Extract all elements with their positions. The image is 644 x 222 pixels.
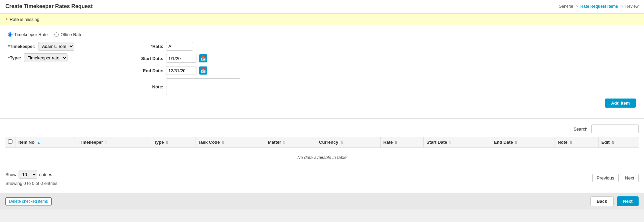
table-body: No data available in table	[5, 148, 639, 167]
table-section: Search: Item No ▲ Timekeeper ⇅ Type ⇅	[0, 119, 644, 193]
rate-type-group: Timekeeper Rate Office Rate	[8, 32, 636, 37]
currency-sort: ⇅	[340, 141, 343, 144]
breadcrumb-review: Review	[625, 4, 639, 9]
timekeeper-label: *Timekeeper:	[8, 44, 35, 49]
alert-dot: •	[6, 16, 8, 22]
breadcrumb-sep1: >	[575, 4, 578, 9]
breadcrumb-sep2: >	[620, 4, 623, 9]
prev-button[interactable]: Previous	[592, 174, 619, 182]
search-label: Search:	[573, 127, 589, 132]
col-type[interactable]: Type ⇅	[151, 137, 195, 148]
add-item-button[interactable]: Add Item	[605, 99, 636, 108]
start-date-sort: ⇅	[449, 141, 452, 144]
col-item-no[interactable]: Item No ▲	[16, 137, 76, 148]
no-data-message: No data available in table	[5, 148, 639, 167]
type-sort: ⇅	[166, 141, 168, 144]
back-button[interactable]: Back	[590, 196, 614, 206]
edit-sort: ⇅	[612, 141, 614, 144]
timekeeper-sort: ⇅	[105, 141, 108, 144]
delete-checked-button[interactable]: Delete checked items	[5, 197, 52, 205]
breadcrumb-rate-request-items: Rate Request Items	[581, 4, 618, 9]
start-date-calendar-icon[interactable]: 📅	[199, 54, 207, 62]
pagination: Previous Next	[592, 174, 639, 182]
entries-label: entries	[39, 172, 52, 177]
end-date-calendar-icon[interactable]: 📅	[199, 66, 207, 75]
bottom-bar: Delete checked items Back Next	[0, 193, 644, 210]
col-currency[interactable]: Currency ⇅	[316, 137, 381, 148]
show-label: Show	[5, 172, 17, 177]
bottom-right-buttons: Back Next	[590, 196, 639, 206]
note-label: Note:	[136, 84, 163, 89]
radio-office-rate-label: Office Rate	[60, 32, 82, 37]
end-date-sort: ⇅	[515, 141, 517, 144]
note-group: Note:	[136, 78, 636, 95]
rate-group: *Rate:	[136, 42, 636, 51]
col-rate[interactable]: Rate ⇅	[380, 137, 424, 148]
col-end-date[interactable]: End Date ⇅	[491, 137, 555, 148]
table-header: Item No ▲ Timekeeper ⇅ Type ⇅ Task Code …	[5, 137, 639, 148]
alert-message: Rate is missing.	[10, 17, 41, 22]
col-note[interactable]: Note ⇅	[555, 137, 598, 148]
table-search-row: Search:	[5, 124, 639, 133]
col-start-date[interactable]: Start Date ⇅	[424, 137, 491, 148]
breadcrumb-general: General	[559, 4, 573, 9]
radio-timekeeper-rate-input[interactable]	[8, 32, 12, 37]
show-entries-select[interactable]: 10 25 50 100	[19, 170, 37, 179]
rate-label: *Rate:	[136, 44, 163, 49]
next-page-button[interactable]: Next	[621, 174, 639, 182]
form-left-col: *Timekeeper: Adams, Tom *Type: Timekeepe…	[8, 42, 123, 65]
col-matter[interactable]: Matter ⇅	[265, 137, 316, 148]
start-date-group: Start Date: 📅	[136, 54, 636, 63]
radio-timekeeper-rate[interactable]: Timekeeper Rate	[8, 32, 48, 37]
form-main-row: *Timekeeper: Adams, Tom *Type: Timekeepe…	[8, 42, 636, 108]
entries-info: Showing 0 to 0 of 0 entries	[5, 181, 57, 186]
page-title: Create Timekeeper Rates Request	[5, 3, 93, 9]
type-label: *Type:	[8, 55, 21, 60]
end-date-input[interactable]	[166, 66, 196, 75]
matter-sort: ⇅	[283, 141, 286, 144]
select-all-checkbox[interactable]	[8, 139, 12, 144]
rate-input[interactable]	[166, 42, 193, 51]
start-date-label: Start Date:	[136, 56, 163, 61]
rate-sort: ⇅	[395, 141, 397, 144]
task-code-sort: ⇅	[222, 141, 224, 144]
page-header: Create Timekeeper Rates Request General …	[0, 0, 644, 13]
radio-office-rate-input[interactable]	[54, 32, 59, 37]
note-sort: ⇅	[569, 141, 572, 144]
form-right-col: *Rate: Start Date: 📅 End Date: 📅 Note:	[136, 42, 636, 108]
type-select[interactable]: Timekeeper rate Office rate	[24, 53, 68, 62]
note-textarea[interactable]	[166, 78, 240, 95]
timekeeper-group: *Timekeeper: Adams, Tom	[8, 42, 123, 51]
add-item-row: Add Item	[136, 99, 636, 108]
data-table: Item No ▲ Timekeeper ⇅ Type ⇅ Task Code …	[5, 137, 639, 167]
col-timekeeper[interactable]: Timekeeper ⇅	[76, 137, 151, 148]
breadcrumb: General > Rate Request Items > Review	[559, 4, 639, 9]
start-date-input[interactable]	[166, 54, 196, 63]
col-checkbox	[5, 137, 16, 148]
col-task-code[interactable]: Task Code ⇅	[195, 137, 265, 148]
no-data-row: No data available in table	[5, 148, 639, 167]
col-edit[interactable]: Edit ⇅	[598, 137, 639, 148]
search-input[interactable]	[591, 124, 639, 133]
table-footer: Show 10 25 50 100 entries Showing 0 to 0…	[5, 167, 639, 187]
next-button[interactable]: Next	[617, 196, 639, 206]
alert-bar: • Rate is missing.	[0, 13, 644, 25]
radio-timekeeper-rate-label: Timekeeper Rate	[14, 32, 48, 37]
form-section: Timekeeper Rate Office Rate *Timekeeper:…	[0, 25, 644, 119]
timekeeper-select[interactable]: Adams, Tom	[38, 42, 74, 51]
item-no-sort-asc: ▲	[37, 141, 41, 144]
radio-office-rate[interactable]: Office Rate	[54, 32, 82, 37]
end-date-label: End Date:	[136, 68, 163, 73]
type-group: *Type: Timekeeper rate Office rate	[8, 53, 123, 62]
show-entries-group: Show 10 25 50 100 entries	[5, 170, 57, 179]
end-date-group: End Date: 📅	[136, 66, 636, 75]
